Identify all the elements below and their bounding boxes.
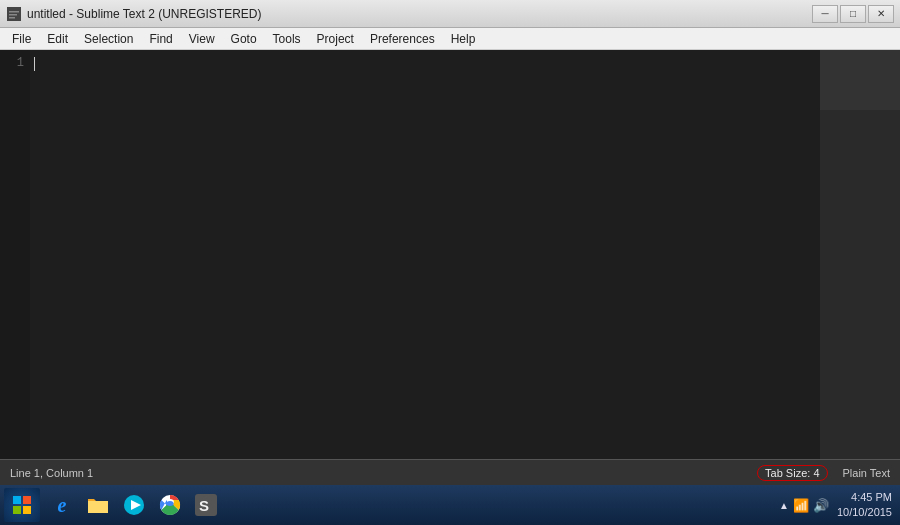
system-tray: ▲ 📶 🔊: [779, 498, 829, 513]
editor-container: 1: [0, 50, 900, 459]
menu-item-file[interactable]: File: [4, 30, 39, 48]
svg-rect-1: [9, 11, 19, 13]
status-bar: Line 1, Column 1 Tab Size: 4 Plain Text: [0, 459, 900, 485]
window-controls: ─ □ ✕: [812, 5, 894, 23]
menu-item-edit[interactable]: Edit: [39, 30, 76, 48]
volume-icon: 🔊: [813, 498, 829, 513]
network-icon: 📶: [793, 498, 809, 513]
ie-icon[interactable]: e: [46, 488, 78, 522]
menu-item-selection[interactable]: Selection: [76, 30, 141, 48]
cursor-line: [34, 56, 35, 71]
minimap: [820, 50, 900, 459]
menu-bar: FileEditSelectionFindViewGotoToolsProjec…: [0, 28, 900, 50]
status-position: Line 1, Column 1: [10, 467, 93, 479]
line-numbers: 1: [0, 50, 30, 459]
line-number: 1: [0, 56, 24, 70]
minimize-button[interactable]: ─: [812, 5, 838, 23]
svg-rect-3: [9, 17, 15, 19]
syntax-label[interactable]: Plain Text: [843, 467, 891, 479]
menu-item-preferences[interactable]: Preferences: [362, 30, 443, 48]
taskbar: e S ▲ 📶 🔊: [0, 485, 900, 525]
close-button[interactable]: ✕: [868, 5, 894, 23]
taskbar-right: ▲ 📶 🔊 4:45 PM 10/10/2015: [771, 485, 900, 525]
svg-text:S: S: [199, 497, 209, 514]
menu-item-view[interactable]: View: [181, 30, 223, 48]
clock-date: 10/10/2015: [837, 505, 892, 520]
svg-rect-6: [13, 506, 21, 514]
start-button[interactable]: [4, 488, 40, 522]
chrome-icon[interactable]: [154, 488, 186, 522]
menu-item-help[interactable]: Help: [443, 30, 484, 48]
svg-rect-7: [23, 506, 31, 514]
menu-item-project[interactable]: Project: [309, 30, 362, 48]
status-right: Tab Size: 4 Plain Text: [757, 465, 890, 481]
menu-item-goto[interactable]: Goto: [223, 30, 265, 48]
app-icon: [6, 6, 22, 22]
tray-up-arrow[interactable]: ▲: [779, 500, 789, 511]
system-clock[interactable]: 4:45 PM 10/10/2015: [837, 490, 892, 521]
svg-rect-4: [13, 496, 21, 504]
svg-rect-2: [9, 14, 17, 16]
svg-rect-5: [23, 496, 31, 504]
maximize-button[interactable]: □: [840, 5, 866, 23]
window-title: untitled - Sublime Text 2 (UNREGISTERED): [27, 7, 262, 21]
menu-item-tools[interactable]: Tools: [265, 30, 309, 48]
cursor-position: Line 1, Column 1: [10, 467, 93, 479]
title-bar: untitled - Sublime Text 2 (UNREGISTERED)…: [0, 0, 900, 28]
clock-time: 4:45 PM: [837, 490, 892, 505]
folder-icon[interactable]: [82, 488, 114, 522]
menu-item-find[interactable]: Find: [141, 30, 180, 48]
editor-content[interactable]: [30, 50, 900, 459]
sublime-text-taskbar-icon[interactable]: S: [190, 488, 222, 522]
minimap-viewport: [820, 50, 900, 110]
media-player-icon[interactable]: [118, 488, 150, 522]
tab-size-badge[interactable]: Tab Size: 4: [757, 465, 827, 481]
